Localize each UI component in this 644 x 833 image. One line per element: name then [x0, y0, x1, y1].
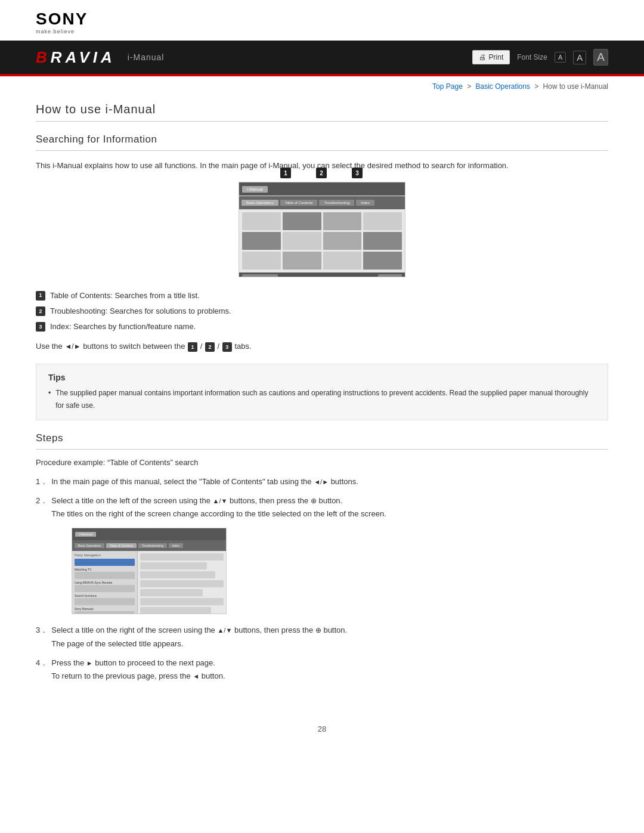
screenshot-mock-1: i-Manual Basic Operations Table of Conte…: [239, 182, 405, 277]
list-item-1: 1 Table of Contents: Searches from a tit…: [36, 289, 608, 302]
screenshot-container: 1 2 3 i-Manual Basic Operations Table of…: [36, 182, 608, 277]
step2-circle-plus-icon: ⊕: [311, 497, 317, 505]
top-logo-bar: SONY make.believe: [0, 0, 644, 41]
steps-heading: Steps: [36, 432, 608, 450]
num-badge-2: 2: [36, 306, 45, 316]
bravia-logo: BRAVIA: [36, 48, 116, 67]
breadcrumb-basic-operations[interactable]: Basic Operations: [476, 82, 530, 91]
mock-nav-item-1: i-Manual: [242, 186, 268, 193]
breadcrumb: Top Page > Basic Operations > How to use…: [0, 76, 644, 97]
step-1-num: 1．: [36, 475, 48, 488]
switch-text-middle: buttons to switch between the: [83, 342, 187, 351]
font-size-small-button[interactable]: A: [555, 52, 566, 63]
list-item-2-text: Troubleshooting: Searches for solutions …: [50, 305, 231, 318]
step1-arrows-icon: ◄/►: [314, 478, 329, 485]
list-item-1-text: Table of Contents: Searches from a title…: [50, 289, 200, 302]
arrows-lr-icon: ◄/►: [64, 342, 80, 351]
mock2-content-area: Party Navigation Watching TV Using BRAVI…: [72, 551, 226, 614]
numbered-list: 1 Table of Contents: Searches from a tit…: [36, 289, 608, 333]
mock-tab-2: Table of Contents: [280, 200, 318, 206]
steps-intro: Procedure example: “Table of Contents” s…: [36, 458, 608, 467]
tips-box: Tips • The supplied paper manual contain…: [36, 364, 608, 420]
step-2-num: 2．: [36, 494, 48, 507]
step-1-content: In the main page of this manual, select …: [51, 475, 608, 488]
step-4: 4． Press the ► button to proceed to the …: [36, 657, 608, 683]
step-4-num: 4．: [36, 657, 48, 670]
mock-tab-1: Basic Operations: [242, 200, 278, 206]
tab-badge-3: 3: [222, 342, 232, 352]
list-item-3-text: Index: Searches by function/feature name…: [50, 320, 196, 333]
steps-list: 1． In the main page of this manual, sele…: [36, 475, 608, 521]
tips-title: Tips: [48, 373, 596, 382]
tab-badge-2: 2: [205, 342, 215, 352]
mock-tab-4: Index: [356, 200, 374, 206]
switch-text-suffix: tabs.: [234, 342, 251, 351]
callout-3: 3: [352, 168, 363, 178]
callout-1: 1: [280, 168, 291, 178]
switch-text-prefix: Use the: [36, 342, 64, 351]
list-item-2: 2 Troubleshooting: Searches for solution…: [36, 305, 608, 318]
num-badge-3: 3: [36, 322, 45, 332]
font-size-large-button[interactable]: A: [593, 49, 608, 66]
sony-logo: SONY make.believe: [36, 11, 608, 35]
font-size-medium-button[interactable]: A: [573, 51, 586, 64]
steps-list-2: 3． Select a title on the right of the sc…: [36, 624, 608, 682]
tab-badge-1: 1: [188, 342, 197, 352]
step4-arrow-left-icon: ◄: [193, 673, 199, 680]
searching-sub-heading: Searching for Information: [36, 134, 608, 151]
breadcrumb-top-page[interactable]: Top Page: [432, 82, 463, 91]
breadcrumb-current: How to use i-Manual: [543, 82, 608, 91]
switch-text: Use the ◄/► buttons to switch between th…: [36, 342, 608, 352]
imanual-label: i-Manual: [128, 52, 165, 62]
tips-bullet: •: [48, 387, 51, 411]
callout-2: 2: [316, 168, 327, 178]
print-icon: 🖨: [479, 53, 486, 61]
step-2: 2． Select a title on the left of the scr…: [36, 494, 608, 521]
breadcrumb-separator-1: >: [467, 82, 471, 91]
step4-arrow-right-icon: ►: [86, 659, 93, 667]
mock-tab-3: Troubleshooting: [319, 200, 354, 206]
tips-body: The supplied paper manual contains impor…: [55, 387, 596, 411]
num-badge-1: 1: [36, 291, 45, 301]
mock-content-grid: [239, 209, 405, 272]
page-number: 28: [0, 713, 644, 739]
sony-brand-text: SONY: [36, 11, 88, 27]
sony-tagline: make.believe: [36, 29, 75, 35]
step2-arrows-ud-icon: ▲/▼: [213, 497, 228, 504]
font-size-label: Font Size: [517, 53, 547, 61]
print-button[interactable]: 🖨 Print: [472, 50, 510, 64]
list-item-3: 3 Index: Searches by function/feature na…: [36, 320, 608, 333]
bravia-right-section: 🖨 Print Font Size A A A: [472, 49, 608, 66]
step-3-content: Select a title on the right of the scree…: [51, 624, 608, 650]
screenshot-mock-2: i-Manual Basic Operations Table of Conte…: [72, 528, 227, 614]
step-4-content: Press the ► button to proceed to the nex…: [51, 657, 608, 683]
step-2-content: Select a title on the left of the screen…: [51, 494, 608, 521]
step-1: 1． In the main page of this manual, sele…: [36, 475, 608, 488]
bravia-nav-bar: BRAVIA i-Manual 🖨 Print Font Size A A A: [0, 41, 644, 74]
main-content: How to use i-Manual Searching for Inform…: [0, 97, 644, 713]
step-3: 3． Select a title on the right of the sc…: [36, 624, 608, 650]
tips-text: • The supplied paper manual contains imp…: [48, 387, 596, 411]
step3-circle-plus-icon: ⊕: [315, 626, 321, 634]
page-title: How to use i-Manual: [36, 103, 608, 122]
step-3-num: 3．: [36, 624, 48, 637]
step3-arrows-ud-icon: ▲/▼: [217, 627, 232, 634]
breadcrumb-separator-2: >: [534, 82, 538, 91]
bravia-left-section: BRAVIA i-Manual: [36, 48, 164, 67]
